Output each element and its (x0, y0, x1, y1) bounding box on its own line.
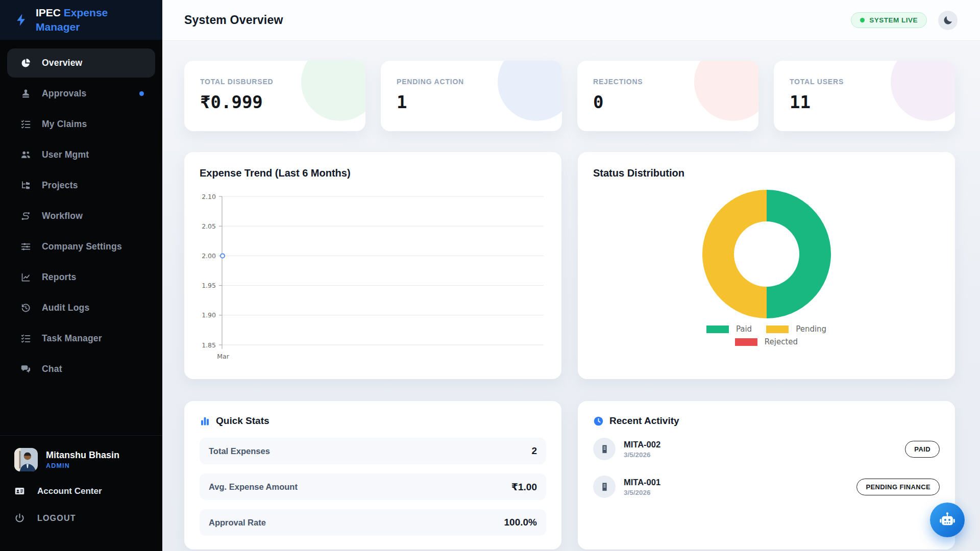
quick-stat-value: ₹1.00 (511, 481, 537, 493)
stat-card-total-disbursed: TOTAL DISBURSED₹0.999 (184, 61, 365, 131)
sidebar-item-label: Workflow (42, 211, 83, 221)
sidebar-item-label: Audit Logs (42, 303, 89, 313)
quick-stats-title: Quick Stats (216, 415, 270, 427)
activity-item-mita-001: MITA-0013/5/2026PENDING FINANCE (593, 475, 940, 498)
avatar (14, 448, 38, 471)
sidebar-item-label: Company Settings (42, 241, 122, 252)
receipt-icon (593, 438, 616, 460)
status-donut-chart (702, 190, 831, 318)
svg-text:2.00: 2.00 (202, 252, 216, 260)
account-center-label: Account Center (37, 486, 102, 496)
bar-chart-icon (200, 416, 210, 427)
quick-stat-value: 100.0% (504, 517, 537, 528)
checklist-icon (20, 119, 31, 130)
quick-stat-label: Approval Rate (209, 518, 266, 528)
user-profile[interactable]: Mitanshu Bhasin ADMIN (14, 448, 148, 471)
legend-label: Pending (796, 324, 826, 334)
status-distribution-card: Status Distribution PaidPendingRejected (578, 152, 955, 379)
quick-stat-row: Avg. Expense Amount₹1.00 (200, 473, 546, 500)
sidebar-item-label: Approvals (42, 88, 86, 99)
sidebar-item-my-claims[interactable]: My Claims (7, 110, 155, 139)
page-title: System Overview (184, 13, 283, 27)
donut-hole (734, 221, 799, 287)
sidebar-spacer (0, 385, 162, 435)
sidebar-item-label: Projects (42, 180, 78, 191)
activity-item-mita-002: MITA-0023/5/2026PAID (593, 438, 940, 460)
chat-icon (20, 364, 31, 374)
chatbot-button[interactable] (930, 503, 965, 537)
brand-name: IPEC Expense Manager (36, 6, 133, 34)
sidebar-item-company-settings[interactable]: Company Settings (7, 232, 155, 261)
legend-label: Rejected (765, 337, 798, 346)
activity-date: 3/5/2026 (624, 451, 660, 459)
sidebar-item-reports[interactable]: Reports (7, 263, 155, 292)
live-dot-icon (860, 18, 865, 22)
recent-activity-list: MITA-0023/5/2026PAIDMITA-0013/5/2026PEND… (593, 438, 940, 498)
status-badge: PAID (905, 441, 940, 458)
donut-legend: PaidPendingRejected (675, 324, 859, 346)
svg-text:2.10: 2.10 (202, 193, 216, 201)
quick-stat-label: Avg. Expense Amount (209, 482, 298, 492)
activity-id: MITA-001 (624, 478, 660, 487)
quick-stat-value: 2 (531, 445, 537, 457)
folder-tree-icon (20, 180, 31, 191)
sidebar-item-user-mgmt[interactable]: User Mgmt (7, 140, 155, 169)
quick-stats-list: Total Expenses2Avg. Expense Amount₹1.00A… (200, 438, 546, 536)
sidebar-item-overview[interactable]: Overview (7, 48, 155, 78)
account-center-link[interactable]: Account Center (14, 486, 148, 496)
dashboard-content: TOTAL DISBURSED₹0.999PENDING ACTION1REJE… (162, 41, 980, 549)
sidebar-item-projects[interactable]: Projects (7, 171, 155, 200)
legend-item-paid[interactable]: Paid (706, 324, 752, 334)
sidebar-nav: OverviewApprovalsMy ClaimsUser MgmtProje… (0, 40, 162, 385)
sidebar-footer: Mitanshu Bhasin ADMIN Account Center LOG… (0, 435, 162, 551)
route-icon (20, 211, 31, 221)
stat-cards-row: TOTAL DISBURSED₹0.999PENDING ACTION1REJE… (184, 61, 955, 131)
sidebar-item-label: Task Manager (42, 333, 102, 344)
svg-text:1.85: 1.85 (202, 341, 216, 349)
quick-stat-row: Approval Rate100.0% (200, 509, 546, 536)
sidebar-item-workflow[interactable]: Workflow (7, 202, 155, 231)
svg-text:1.95: 1.95 (202, 282, 216, 289)
legend-swatch (766, 325, 789, 333)
clock-icon (593, 416, 604, 427)
sidebar-item-label: Overview (42, 58, 82, 68)
receipt-icon (593, 475, 616, 498)
sidebar-item-label: My Claims (42, 119, 87, 130)
legend-item-pending[interactable]: Pending (766, 324, 826, 334)
quick-stat-label: Total Expenses (209, 446, 270, 456)
sidebar-item-audit-logs[interactable]: Audit Logs (7, 293, 155, 322)
svg-text:1.90: 1.90 (202, 311, 216, 319)
stat-card-rejections: REJECTIONS0 (577, 61, 758, 131)
user-role-badge: ADMIN (46, 462, 119, 469)
history-icon (20, 303, 31, 313)
stat-card-total-users: TOTAL USERS11 (774, 61, 955, 131)
legend-swatch (706, 325, 729, 333)
power-icon (14, 513, 25, 523)
bottom-row: Quick Stats Total Expenses2Avg. Expense … (184, 401, 955, 549)
sliders-icon (20, 241, 31, 252)
system-status-badge: SYSTEM LIVE (851, 12, 927, 28)
expense-trend-chart: 2.102.052.001.951.901.85Mar (184, 152, 561, 379)
status-badge: PENDING FINANCE (856, 479, 940, 495)
bolt-icon (14, 13, 29, 27)
sidebar-item-approvals[interactable]: Approvals (7, 79, 155, 108)
pie-chart-icon (20, 58, 31, 68)
legend-swatch (735, 338, 757, 346)
quick-stats-card: Quick Stats Total Expenses2Avg. Expense … (184, 401, 561, 549)
users-icon (20, 149, 31, 160)
status-distribution-title: Status Distribution (593, 167, 684, 179)
checklist-icon (20, 333, 31, 344)
stat-card-pending-action: PENDING ACTION1 (381, 61, 562, 131)
expense-trend-card: Expense Trend (Last 6 Months) 2.102.052.… (184, 152, 561, 379)
moon-icon (943, 15, 953, 26)
id-card-icon (14, 486, 25, 496)
sidebar-item-task-manager[interactable]: Task Manager (7, 324, 155, 353)
legend-item-rejected[interactable]: Rejected (735, 337, 798, 346)
sidebar-item-chat[interactable]: Chat (7, 355, 155, 384)
dark-mode-toggle[interactable] (938, 11, 958, 30)
activity-id: MITA-002 (624, 440, 660, 449)
charts-row: Expense Trend (Last 6 Months) 2.102.052.… (184, 152, 955, 379)
logout-button[interactable]: LOGOUT (14, 513, 148, 523)
svg-text:2.05: 2.05 (202, 222, 216, 230)
sidebar-item-label: Chat (42, 364, 62, 374)
